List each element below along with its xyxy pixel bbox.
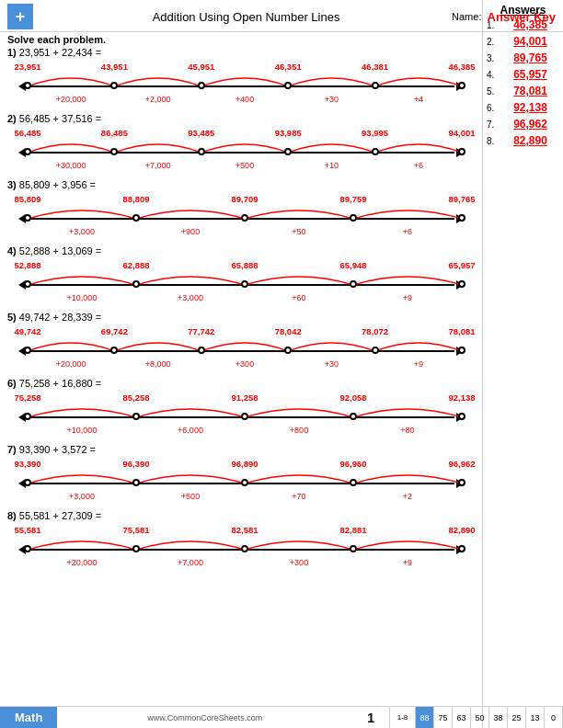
answer-num: 3. [487, 53, 501, 63]
nl-point-label: 85,258 [122, 392, 149, 403]
problem-header: 3) 85,809 + 3,956 = [7, 179, 475, 190]
jump-label: +400 [236, 95, 254, 104]
number-line-dot [350, 413, 357, 420]
problem-1: 1) 23,951 + 22,434 =23,95143,95145,95146… [7, 47, 475, 108]
number-line-dot [350, 280, 357, 288]
jump-label: +30 [325, 359, 339, 369]
nl-point-label: 92,058 [339, 392, 366, 403]
problem-2: 2) 56,485 + 37,516 =56,48586,48593,48593… [7, 113, 475, 174]
number-line: 93,39096,39096,89096,96096,962+3,000+500… [15, 457, 467, 505]
jump-label: +7,000 [178, 558, 203, 567]
number-line-dot [132, 214, 140, 222]
nl-point-label: 65,957 [448, 260, 475, 270]
jump-label: +20,000 [56, 95, 86, 104]
number-line-dot [350, 545, 357, 552]
nl-point-label: 88,809 [122, 194, 149, 204]
number-line-dot [372, 148, 379, 155]
nl-point-label: 46,381 [362, 62, 388, 72]
jump-label: +9 [403, 293, 412, 302]
answer-value: 92,138 [501, 101, 559, 114]
number-line-dot [241, 280, 248, 288]
nl-point-label: 96,960 [339, 459, 366, 469]
nl-point-label: 69,742 [101, 326, 128, 336]
instructions-label: Solve each problem. [7, 34, 475, 45]
number-line-dot [132, 280, 140, 288]
range-label: 1-8 [390, 707, 416, 729]
jump-label: +30,000 [56, 161, 86, 170]
nl-point-label: 45,951 [188, 62, 214, 72]
nl-point-label: 56,485 [14, 128, 40, 138]
page-number: 1 [352, 711, 389, 725]
problem-8: 8) 55,581 + 27,309 =55,58175,58182,58182… [7, 510, 475, 571]
problem-equation: 85,809 + 3,956 = [19, 179, 96, 190]
page-header: + Addition Using Open Number Lines Name:… [0, 0, 563, 32]
problem-3: 3) 85,809 + 3,956 =85,80988,80989,70989,… [7, 179, 475, 240]
answer-value: 78,081 [501, 85, 559, 97]
nl-point-label: 82,890 [448, 525, 475, 535]
logo-icon: + [7, 4, 33, 29]
score-cell: 38 [489, 707, 508, 729]
nl-point-label: 93,485 [188, 128, 214, 138]
number-line-dot [24, 82, 31, 89]
number-line-dot [110, 82, 118, 89]
number-line-dot [458, 347, 465, 354]
problem-equation: 93,390 + 3,572 = [19, 444, 96, 455]
problem-num: 2) [7, 113, 17, 124]
jump-label: +80 [400, 426, 414, 435]
score-cell: 13 [526, 707, 545, 729]
nl-point-label: 78,042 [275, 326, 302, 336]
problem-num: 1) [7, 47, 17, 58]
answer-item: 4.65,957 [487, 68, 559, 81]
answer-item: 6.92,138 [487, 101, 559, 114]
jump-label: +500 [181, 492, 200, 501]
nl-point-label: 89,765 [448, 194, 475, 204]
jump-label: +800 [290, 426, 308, 435]
number-line-dot [110, 148, 118, 155]
number-line-dot [241, 214, 248, 222]
number-line-dot [458, 545, 465, 552]
jump-label: +20,000 [67, 558, 98, 567]
jump-label: +500 [236, 161, 254, 170]
nl-point-label: 43,951 [101, 62, 128, 72]
answer-item: 3.89,765 [487, 51, 559, 64]
answer-key-label: Answer Key [488, 10, 556, 24]
nl-point-label: 82,581 [231, 525, 258, 535]
jump-label: +4 [414, 95, 423, 104]
problem-header: 1) 23,951 + 22,434 = [7, 47, 475, 58]
nl-point-label: 46,385 [448, 62, 475, 72]
nl-point-label: 78,081 [448, 326, 475, 336]
number-line-dot [198, 82, 205, 89]
nl-point-label: 86,485 [101, 128, 128, 138]
number-line-dot [372, 82, 379, 89]
answer-item: 7.96,962 [487, 118, 559, 131]
answer-value: 96,962 [501, 118, 559, 131]
jump-label: +3,000 [69, 227, 95, 236]
nl-point-label: 85,809 [14, 194, 40, 204]
answer-value: 65,957 [501, 68, 559, 81]
number-line-dot [458, 82, 465, 89]
nl-point-label: 75,258 [14, 392, 40, 403]
jump-label: +6,000 [178, 426, 203, 435]
number-line-dot [284, 148, 292, 155]
jump-label: +8,000 [145, 359, 171, 369]
nl-point-label: 96,890 [231, 459, 258, 469]
problem-num: 6) [7, 378, 17, 389]
answer-value: 82,890 [501, 134, 559, 147]
answer-num: 8. [487, 136, 501, 146]
name-label: Name: [452, 11, 481, 22]
main-content: Solve each problem. 1) 23,951 + 22,434 =… [0, 32, 482, 578]
jump-label: +9 [414, 359, 423, 369]
answer-item: 5.78,081 [487, 85, 559, 97]
score-cell: 25 [508, 707, 526, 729]
nl-point-label: 89,709 [231, 194, 258, 204]
nl-point-label: 82,881 [339, 525, 366, 535]
problem-equation: 23,951 + 22,434 = [19, 47, 101, 58]
problem-num: 8) [7, 510, 17, 521]
nl-point-label: 62,888 [122, 260, 149, 270]
answer-panel: Answers 1.46,3852.94,0013.89,7654.65,957… [482, 0, 563, 728]
jump-label: +30 [325, 95, 339, 104]
nl-point-label: 65,948 [339, 260, 366, 270]
problem-num: 7) [7, 444, 17, 455]
problem-equation: 49,742 + 28,339 = [19, 312, 101, 323]
jump-label: +3,000 [69, 492, 95, 501]
